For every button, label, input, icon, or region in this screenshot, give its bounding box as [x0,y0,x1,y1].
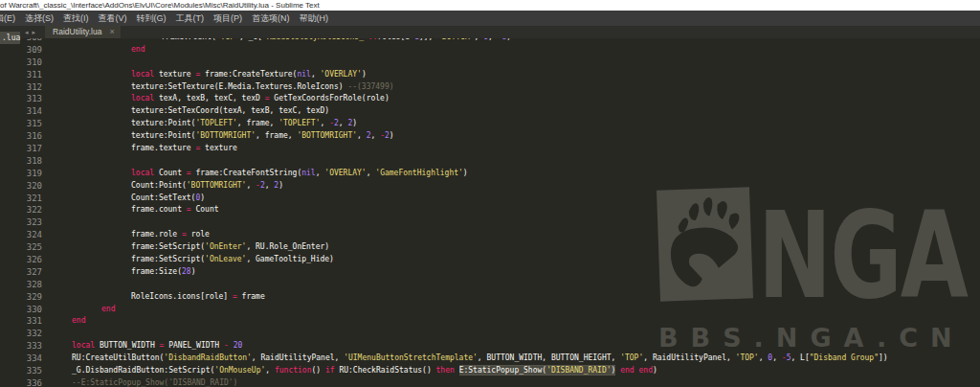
line-number: 312 [0,81,42,94]
code-line[interactable]: 310 [0,57,980,69]
tab-close-icon[interactable]: × [109,26,114,38]
line-number: 314 [0,105,42,118]
line-number: 329 [0,291,42,304]
code-text: frame:SetScript('OnLeave', GameTooltip_H… [42,254,334,266]
code-text: local texture = frame:CreateTexture(nil,… [42,69,367,81]
code-text: frame:Size(28) [42,266,195,279]
code-line[interactable]: 319local Count = frame:CreateFontString(… [0,168,980,180]
code-text: _G.DisbandRaidButton:SetScript('OnMouseU… [42,365,657,377]
line-number: 333 [0,340,42,353]
menu-item[interactable]: 帮助(H) [295,11,334,26]
line-number: 323 [0,216,42,229]
code-text: end [42,44,145,57]
file-type-fragment: .lua [0,32,20,44]
tab-scroll-right-icon[interactable]: ▸ [33,29,40,35]
line-number: 316 [0,130,42,143]
code-line[interactable]: 315texture:Point('TOPLEFT', frame, 'TOPL… [0,118,980,130]
tab-scroll-left-icon[interactable]: ◂ [25,29,33,35]
code-text: texture:Point('TOPLEFT', frame, 'TOPLEFT… [42,118,357,130]
line-number: 322 [0,204,42,216]
tab-scroll-arrows: ◂▸ [25,29,39,36]
menu-item[interactable]: 编辑(E) [0,11,20,26]
line-number: 332 [0,328,42,340]
line-number: 313 [0,93,42,105]
menu-item[interactable]: 查找(I) [58,11,94,26]
code-text [42,155,72,168]
code-text: frame.role = role [42,229,210,241]
code-text [42,57,72,69]
code-text: local BUTTON_WIDTH = PANEL_WIDTH - 20 [42,340,242,353]
line-number: 331 [0,315,42,328]
tab-raidutility-lua[interactable]: RaidUtility.lua × [45,26,121,38]
code-text: frame.count = Count [42,204,219,216]
code-line[interactable]: 316texture:Point('BOTTOMRIGHT', frame, '… [0,130,980,143]
code-line[interactable]: 328 [0,279,980,291]
code-text: local Count = frame:CreateFontString(nil… [42,168,468,180]
line-number: 315 [0,118,42,130]
code-line[interactable]: 318 [0,155,980,168]
line-number: 335 [0,365,42,377]
code-line[interactable]: 322frame.count = Count [0,204,980,216]
code-line[interactable]: 333local BUTTON_WIDTH = PANEL_WIDTH - 20 [0,340,980,353]
code-line[interactable]: 331end [0,315,980,328]
code-text: frame:SetScript('OnEnter', RU.Role_OnEnt… [42,241,329,254]
code-line[interactable]: 321Count:SetText(0) [0,193,980,205]
code-line[interactable]: 329RoleIcons.icons[role] = frame [0,291,980,304]
code-text: texture:SetTexture(E.Media.Textures.Role… [42,81,394,94]
line-number: 320 [0,180,42,193]
code-line[interactable]: 336--E:StaticPopup_Show('DISBAND_RAID') [0,377,980,387]
code-text [42,216,72,229]
code-line[interactable]: 309end [0,44,980,57]
menu-item[interactable]: 转到(G) [132,11,171,26]
sublime-text-window: of Warcraft\_classic_\Interface\AddOns\E… [0,0,980,387]
code-line[interactable]: 335_G.DisbandRaidButton:SetScript('OnMou… [0,365,980,377]
code-text: frame.texture = texture [42,143,237,155]
code-text: Count:SetText(0) [42,193,205,205]
code-line[interactable]: 317frame.texture = texture [0,143,980,155]
code-line[interactable]: 320Count:Point('BOTTOMRIGHT', -2, 2) [0,180,980,193]
code-editor[interactable]: NGA BBS.NGA.CN 308frame:Point('TOP', _G[… [0,38,980,387]
code-text: RU:CreateUtilButton('DisbandRaidButton',… [42,353,888,365]
line-number: 325 [0,241,42,254]
line-number: 318 [0,155,42,168]
window-title: of Warcraft\_classic_\Interface\AddOns\E… [0,1,320,10]
line-number: 321 [0,193,42,205]
line-number: 310 [0,57,42,69]
code-line[interactable]: 323 [0,216,980,229]
menu-item[interactable]: 项目(P) [209,11,247,26]
menu-bar: 编辑(E)选择(S)查找(I)查看(V)转到(G)工具(T)项目(P)首选项(N… [0,11,980,26]
line-number: 328 [0,279,42,291]
tab-bar: ◂▸ RaidUtility.lua × [0,26,980,38]
line-number: 326 [0,254,42,266]
code-line[interactable]: 325frame:SetScript('OnEnter', RU.Role_On… [0,241,980,254]
line-number: 336 [0,377,42,387]
code-line[interactable]: 324frame.role = role [0,229,980,241]
line-number: 334 [0,353,42,365]
code-line[interactable]: 311local texture = frame:CreateTexture(n… [0,69,980,81]
code-line[interactable]: 334RU:CreateUtilButton('DisbandRaidButto… [0,353,980,365]
menu-item[interactable]: 选择(S) [20,11,58,26]
code-line[interactable]: 314texture:SetTexCoord(texA, texB, texC,… [0,105,980,118]
code-line[interactable]: 330end [0,304,980,316]
code-text: end [42,315,85,328]
code-text: Count:Point('BOTTOMRIGHT', -2, 2) [42,180,283,193]
code-text [42,328,72,340]
code-text [42,279,72,291]
menu-item[interactable]: 查看(V) [94,11,132,26]
code-text: texture:SetTexCoord(texA, texB, texC, te… [42,105,329,118]
code-text: RoleIcons.icons[role] = frame [42,291,265,304]
line-number: 324 [0,229,42,241]
menu-item[interactable]: 首选项(N) [247,11,295,26]
code-text: local texA, texB, texC, texD = GetTexCoo… [42,93,390,105]
code-line[interactable]: 313local texA, texB, texC, texD = GetTex… [0,93,980,105]
code-line[interactable]: 332 [0,328,980,340]
menu-item[interactable]: 工具(T) [171,11,210,26]
code-text: texture:Point('BOTTOMRIGHT', frame, 'BOT… [42,130,394,143]
code-line[interactable]: 312texture:SetTexture(E.Media.Textures.R… [0,81,980,94]
code-line[interactable]: 327frame:Size(28) [0,266,980,279]
tab-label: RaidUtility.lua [53,26,101,38]
line-number: 319 [0,168,42,180]
code-line[interactable]: 326frame:SetScript('OnLeave', GameToolti… [0,254,980,266]
line-number: 311 [0,69,42,81]
line-number: 317 [0,143,42,155]
